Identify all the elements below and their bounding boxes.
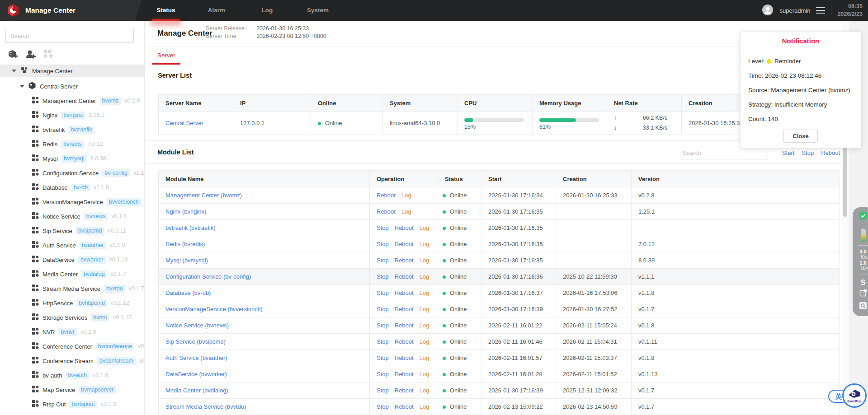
log-op-link[interactable]: Log xyxy=(401,208,411,215)
tree-module-item[interactable]: HttpService bvhttpcmd v0.1.12 xyxy=(0,296,144,310)
log-op-link[interactable]: Log xyxy=(420,224,429,231)
username[interactable]: superadmin xyxy=(779,7,810,14)
tree-module-item[interactable]: Management Center bvomz v0.2.8 xyxy=(0,93,144,108)
tree-module-item[interactable]: Auth Service bvauther v0.1.8 xyxy=(0,238,144,252)
tree-module-item[interactable]: Notice Service bvnews v0.1.8 xyxy=(0,209,144,224)
log-op-link[interactable]: Log xyxy=(420,387,429,394)
tree-module-item[interactable]: bvtraefik bvtraefik xyxy=(0,122,144,137)
tree-module-item[interactable]: Storage Services bvnru v0.1.10 xyxy=(0,310,144,325)
tree-module-item[interactable]: Nginx bvnginx 1.25.1 xyxy=(0,108,144,122)
reboot-op-link[interactable]: Reboot xyxy=(395,371,414,378)
log-op-link[interactable]: Log xyxy=(420,354,429,361)
search-tool-icon[interactable] xyxy=(859,302,867,311)
module-name-link[interactable]: VersionManageService (bvversionctl) xyxy=(165,306,263,312)
module-name-link[interactable]: Auth Service (bvauther) xyxy=(165,354,227,361)
stop-op-link[interactable]: Stop xyxy=(377,289,389,296)
module-name-link[interactable]: DataService (bvworker) xyxy=(165,371,227,378)
add-user-icon[interactable] xyxy=(26,50,36,61)
log-op-link[interactable]: Log xyxy=(420,403,429,410)
log-op-link[interactable]: Log xyxy=(420,257,429,264)
tree-module-item[interactable]: Database bv-db v1.1.8 xyxy=(0,180,144,195)
tree-module-item[interactable]: Stream Media Service bvvtdu v0.1.7 xyxy=(0,281,144,296)
stop-op-link[interactable]: Stop xyxy=(377,387,389,394)
tree-module-item[interactable]: Redis bvredis 7.0.12 xyxy=(0,137,144,151)
module-name-link[interactable]: bvtraefik (bvtraefik) xyxy=(165,224,216,231)
module-name-link[interactable]: Management Center (bvomz) xyxy=(165,192,242,199)
stop-op-link[interactable]: Stop xyxy=(377,224,389,231)
menu-icon[interactable] xyxy=(816,7,825,14)
tree-node-central-server[interactable]: Central Server xyxy=(0,80,144,93)
reboot-op-link[interactable]: Reboot xyxy=(395,257,414,264)
module-name-link[interactable]: Notice Service (bvnews) xyxy=(165,322,229,329)
module-name-link[interactable]: Configuration Service (bv-config) xyxy=(165,273,251,280)
reboot-op-link[interactable]: Reboot xyxy=(395,354,414,361)
sogou-s-icon[interactable]: S xyxy=(861,279,866,286)
log-op-link[interactable]: Log xyxy=(420,338,429,345)
nav-tab[interactable]: System xyxy=(292,0,343,21)
reboot-op-link[interactable]: Reboot xyxy=(395,338,414,345)
tree-module-item[interactable]: Media Center bvdialog v0.1.7 xyxy=(0,267,144,281)
add-server-icon[interactable] xyxy=(8,50,19,61)
tree-module-item[interactable]: Rtsp Out bvrtspout v0.1.3 xyxy=(0,397,144,411)
start-action-link[interactable]: Start xyxy=(782,149,794,156)
tree-node-manage-center[interactable]: Manage Center xyxy=(0,65,144,77)
stop-op-link[interactable]: Stop xyxy=(377,273,389,280)
tree-module-item[interactable]: Sip Service bvsipcmd v0.1.11 xyxy=(0,224,144,238)
tree-module-item[interactable]: NVR bvnvr v0.2.3 xyxy=(0,325,144,339)
tree-module-item[interactable]: VersionManageService bvversionctl v0.1.7 xyxy=(0,195,144,209)
log-op-link[interactable]: Log xyxy=(420,322,429,329)
log-op-link[interactable]: Log xyxy=(420,241,429,247)
user-avatar[interactable] xyxy=(762,4,774,17)
reboot-op-link[interactable]: Reboot xyxy=(395,289,414,296)
tree-module-item[interactable]: Mysql bvmysql 8.0.39 xyxy=(0,151,144,166)
tree-module-item[interactable]: Conference Center bvconference v0.1.4 xyxy=(0,339,144,354)
stop-op-link[interactable]: Stop xyxy=(377,306,389,312)
reboot-op-link[interactable]: Reboot xyxy=(395,322,414,329)
tree-module-item[interactable]: DataService bvworker v0.1.13 xyxy=(0,252,144,267)
reboot-op-link[interactable]: Reboot xyxy=(377,208,396,215)
notification-close-button[interactable]: Close xyxy=(783,130,818,143)
module-name-link[interactable]: Mysql (bvmysql) xyxy=(165,257,208,264)
reboot-op-link[interactable]: Reboot xyxy=(377,192,396,199)
module-name-link[interactable]: Stream Media Service (bvvtdu) xyxy=(165,403,246,410)
stop-action-link[interactable]: Stop xyxy=(802,149,814,156)
server-name-link[interactable]: Central Server xyxy=(165,120,203,126)
reboot-op-link[interactable]: Reboot xyxy=(395,224,414,231)
reboot-op-link[interactable]: Reboot xyxy=(395,273,414,280)
reboot-op-link[interactable]: Reboot xyxy=(395,306,414,312)
stop-op-link[interactable]: Stop xyxy=(377,354,389,361)
tree-module-item[interactable]: Map Service bvmapserver xyxy=(0,382,144,397)
module-name-link[interactable]: Database (bv-db) xyxy=(165,289,211,296)
stop-op-link[interactable]: Stop xyxy=(377,403,389,410)
stop-op-link[interactable]: Stop xyxy=(377,257,389,264)
smarteye-logo[interactable]: SmartEye xyxy=(842,383,867,408)
tree-module-item[interactable]: bv-auth bv-auth v1.1.6 xyxy=(0,368,144,382)
reboot-action-link[interactable]: Reboot xyxy=(821,149,840,156)
chevron-down-icon[interactable] xyxy=(20,85,24,88)
reboot-op-link[interactable]: Reboot xyxy=(395,387,414,394)
reboot-op-link[interactable]: Reboot xyxy=(395,403,414,410)
module-name-link[interactable]: Nginx (bvnginx) xyxy=(165,208,206,215)
module-name-link[interactable]: Media Center (bvdialog) xyxy=(165,387,228,394)
stop-op-link[interactable]: Stop xyxy=(377,338,389,345)
nav-tab[interactable]: Alarm xyxy=(191,0,242,21)
stop-op-link[interactable]: Stop xyxy=(377,371,389,378)
tree-module-item[interactable]: Conference Stream bvconfstream v0.1.2 xyxy=(0,354,144,368)
screenshot-icon[interactable] xyxy=(859,289,867,298)
log-op-link[interactable]: Log xyxy=(401,192,411,199)
chevron-down-icon[interactable] xyxy=(12,70,16,72)
stop-op-link[interactable]: Stop xyxy=(377,322,389,329)
nav-tab[interactable]: Log xyxy=(242,0,292,21)
stop-op-link[interactable]: Stop xyxy=(377,241,389,247)
shield-check-icon[interactable] xyxy=(859,211,867,222)
tree-module-item[interactable]: Configuration Service bv-config v1.1.1 xyxy=(0,166,144,180)
tab-server[interactable]: Server xyxy=(152,47,180,64)
reboot-op-link[interactable]: Reboot xyxy=(395,241,414,247)
thermometer-gauge-icon[interactable] xyxy=(861,228,866,242)
module-name-link[interactable]: Redis (bvredis) xyxy=(165,241,205,247)
sidebar-search-input[interactable] xyxy=(5,29,134,43)
log-op-link[interactable]: Log xyxy=(420,273,429,280)
log-op-link[interactable]: Log xyxy=(420,306,429,312)
log-op-link[interactable]: Log xyxy=(420,289,429,296)
nav-tab[interactable]: Status xyxy=(141,0,191,21)
